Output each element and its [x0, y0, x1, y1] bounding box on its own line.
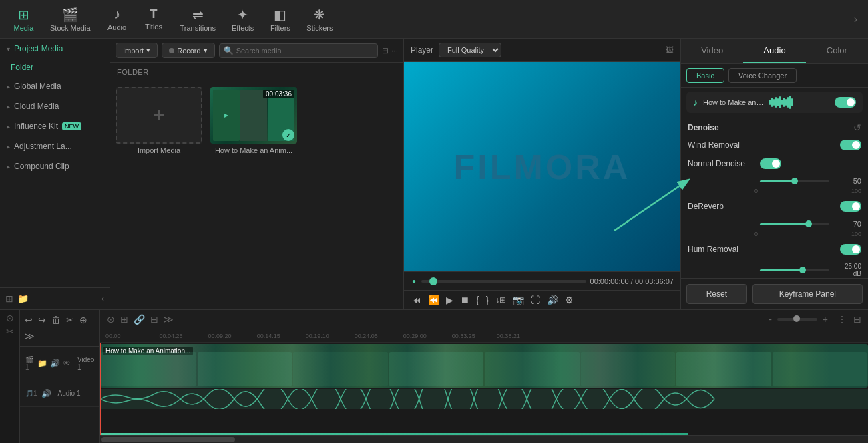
- ruler-mark-8: 00:38:21: [494, 333, 523, 339]
- filter-icon[interactable]: ⊟: [382, 46, 389, 55]
- normal-denoise-slider[interactable]: [760, 180, 829, 182]
- delete-icon[interactable]: 🗑: [49, 313, 63, 327]
- timeline-magnet-icon[interactable]: ⊙: [105, 313, 116, 326]
- blade-icon[interactable]: ✂: [6, 326, 14, 337]
- zoom-out-icon[interactable]: -: [767, 313, 773, 326]
- sub-tab-voice-changer[interactable]: Voice Changer: [728, 68, 797, 83]
- nav-stickers[interactable]: ❋ Stickers: [298, 4, 341, 35]
- quality-select[interactable]: Full Quality: [439, 43, 501, 57]
- timeline-group-icon[interactable]: ⊞: [119, 313, 130, 326]
- hum-removal-value: -25.00 dB: [835, 263, 861, 277]
- audio-button[interactable]: 🔊: [546, 293, 560, 307]
- add-folder-icon[interactable]: ⊞: [5, 293, 13, 304]
- toggle-knob: [847, 98, 855, 106]
- wind-removal-toggle[interactable]: [840, 140, 861, 150]
- audio-waveform-track[interactable]: [100, 389, 868, 409]
- sub-tab-basic[interactable]: Basic: [686, 68, 724, 83]
- timeline-split-icon[interactable]: ⊟: [149, 313, 160, 326]
- nav-effects[interactable]: ✦ Effects: [224, 4, 262, 35]
- nav-stock-media[interactable]: 🎬 Stock Media: [42, 4, 99, 35]
- sidebar-item-project-media[interactable]: ▾ Project Media: [0, 39, 110, 59]
- hum-removal-slider[interactable]: [760, 269, 829, 271]
- sidebar-folder[interactable]: Folder: [0, 59, 110, 76]
- timeline-scroll-thumb[interactable]: [101, 437, 235, 442]
- normal-denoise-toggle[interactable]: [760, 158, 781, 169]
- record-button[interactable]: Record ▾: [162, 43, 214, 58]
- zoom-thumb: [793, 315, 800, 322]
- hum-removal-toggle[interactable]: [840, 244, 861, 255]
- timeline-scrollbar[interactable]: [100, 435, 868, 443]
- denoise-reset-icon[interactable]: ↺: [853, 122, 861, 133]
- search-box[interactable]: 🔍: [219, 43, 378, 58]
- import-media-item[interactable]: + Import Media: [116, 87, 202, 154]
- redo-icon[interactable]: ↪: [36, 313, 48, 327]
- mark-out-button[interactable]: }: [485, 293, 491, 307]
- tab-video[interactable]: Video: [681, 39, 743, 63]
- magnet-icon[interactable]: ⊙: [6, 313, 14, 323]
- fullscreen-button[interactable]: ⛶: [529, 293, 541, 307]
- sidebar-adjustment-label: Adjustment La...: [14, 142, 72, 151]
- timeline-collapse-icon[interactable]: ⊟: [852, 313, 863, 326]
- cut-icon[interactable]: ✂: [64, 313, 76, 327]
- sidebar-item-global-media[interactable]: ▸ Global Media: [0, 76, 110, 96]
- collapse-sidebar-icon[interactable]: ‹: [101, 294, 104, 303]
- tab-audio[interactable]: Audio: [743, 39, 805, 63]
- mark-in-button[interactable]: {: [475, 293, 481, 307]
- timeline-playhead[interactable]: [100, 343, 101, 435]
- folder-small-icon[interactable]: 📁: [37, 359, 47, 368]
- settings-button[interactable]: ⚙: [564, 293, 575, 307]
- more-icon[interactable]: ···: [391, 46, 398, 55]
- sidebar-item-influence-kit[interactable]: ▸ Influence Kit NEW: [0, 116, 110, 136]
- nav-filters[interactable]: ◧ Filters: [262, 4, 298, 35]
- split-icon[interactable]: ⊕: [77, 313, 89, 327]
- folder-icon[interactable]: 📁: [17, 293, 29, 304]
- stickers-icon: ❋: [314, 7, 325, 23]
- record-dot-icon: [169, 48, 174, 53]
- undo-icon[interactable]: ↩: [23, 313, 35, 327]
- insert-button[interactable]: ↓⊞: [494, 294, 507, 306]
- timeline-link-icon[interactable]: 🔗: [132, 313, 146, 326]
- video-media-item[interactable]: ▶ 00:03:36 ✓ How to Make an Anim...: [210, 87, 297, 154]
- nav-more-button[interactable]: ›: [849, 13, 863, 25]
- arrow-icon-influence: ▸: [7, 123, 10, 130]
- audio-wave: [100, 389, 868, 409]
- nav-audio[interactable]: ♪ Audio: [99, 4, 136, 34]
- frame-back-button[interactable]: ⏪: [427, 293, 441, 307]
- timeline-more-icon[interactable]: ≫: [162, 313, 175, 326]
- preview-icon[interactable]: 🖼: [666, 45, 674, 55]
- waveform-bar: [785, 99, 787, 106]
- preview-controls: ● 00:00:00:00 / 00:03:36:07: [404, 271, 680, 290]
- search-icon: 🔍: [224, 46, 234, 55]
- hum-removal-row: Hum Removal: [681, 240, 868, 259]
- dereverb-slider[interactable]: [760, 223, 829, 225]
- play-button[interactable]: ▶: [445, 293, 455, 307]
- ruler-mark-0: 00:00: [103, 333, 124, 339]
- reset-button[interactable]: Reset: [686, 284, 747, 304]
- zoom-in-icon[interactable]: +: [821, 313, 829, 326]
- sidebar-global-label: Global Media: [14, 82, 61, 91]
- keyframe-panel-button[interactable]: Keyframe Panel: [752, 284, 863, 304]
- video-track[interactable]: How to Make an Animation...: [100, 344, 868, 388]
- dereverb-toggle[interactable]: [840, 201, 861, 212]
- nav-media[interactable]: ⊞ Media: [5, 4, 42, 35]
- eye-icon[interactable]: 👁: [63, 359, 71, 368]
- track-enable-toggle[interactable]: [835, 97, 856, 108]
- snapshot-button[interactable]: 📷: [511, 293, 525, 307]
- sidebar-item-adjustment[interactable]: ▸ Adjustment La...: [0, 136, 110, 156]
- search-input[interactable]: [236, 47, 373, 55]
- sidebar-item-compound-clip[interactable]: ▸ Compound Clip: [0, 156, 110, 176]
- tab-color[interactable]: Color: [806, 39, 868, 63]
- nav-titles[interactable]: T Titles: [136, 5, 172, 33]
- stop-button[interactable]: ⏹: [459, 293, 471, 307]
- nav-transitions[interactable]: ⇌ Transitions: [172, 4, 224, 35]
- zoom-slider[interactable]: [777, 318, 817, 321]
- timeline-settings-icon[interactable]: ⋮: [836, 313, 848, 326]
- wind-removal-row: Wind Removal: [681, 136, 868, 154]
- more-tools-icon[interactable]: ≫: [23, 329, 37, 343]
- time-slider[interactable]: [421, 280, 586, 283]
- sidebar-item-cloud-media[interactable]: ▸ Cloud Media: [0, 96, 110, 116]
- audio-small-icon[interactable]: 🔊: [50, 359, 60, 368]
- skip-back-button[interactable]: ⏮: [411, 293, 423, 307]
- import-button[interactable]: Import ▾: [116, 43, 158, 58]
- audio1-icon[interactable]: 🔊: [41, 389, 51, 398]
